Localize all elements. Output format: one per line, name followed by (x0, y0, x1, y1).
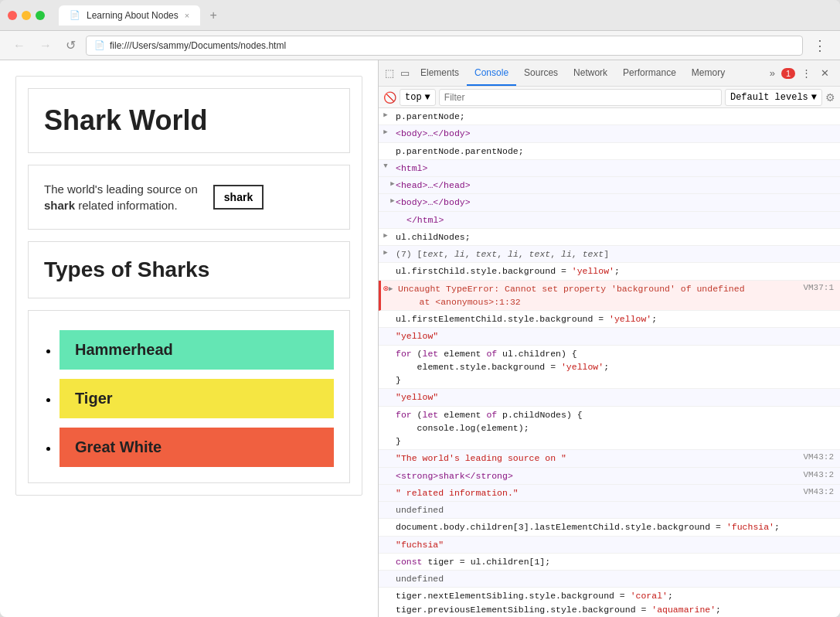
console-source[interactable]: VM43:2 (803, 486, 840, 496)
filter-input[interactable] (439, 89, 722, 106)
lock-icon: 📄 (94, 40, 105, 50)
expand-icon (379, 469, 393, 470)
levels-selector[interactable]: Default levels ▼ (725, 89, 822, 106)
console-text: undefined (393, 571, 840, 586)
expand-icon[interactable]: ▶ (379, 126, 393, 136)
tab-sources[interactable]: Sources (516, 60, 566, 86)
clear-console-button[interactable]: 🚫 (383, 91, 396, 104)
console-line: for (let element of ul.children) { eleme… (379, 346, 840, 390)
browser-tab[interactable]: 📄 Learning About Nodes × (59, 5, 200, 26)
shark-name-hammerhead: Hammerhead (60, 330, 334, 370)
console-text: for (let element of ul.children) { eleme… (393, 346, 840, 388)
expand-icon[interactable]: ▶ (379, 109, 393, 119)
sharks-list-section: Hammerhead Tiger Great White (28, 310, 350, 483)
tab-area: 📄 Learning About Nodes × + (59, 5, 223, 26)
console-line: " related information." VM43:2 (379, 485, 840, 502)
console-text: <html> (393, 161, 840, 176)
console-line: document.body.children[3].lastElementChi… (379, 519, 840, 536)
back-button[interactable]: ← (9, 37, 29, 54)
console-line: undefined (379, 502, 840, 519)
device-toggle-button[interactable]: ▭ (397, 66, 413, 80)
expand-icon (379, 264, 393, 265)
console-text: document.body.children[3].lastElementChi… (393, 520, 840, 534)
console-text: "fuchsia" (393, 537, 840, 552)
chevron-down-icon: ▼ (425, 92, 430, 103)
tab-elements[interactable]: Elements (413, 60, 467, 86)
expand-icon (379, 390, 393, 391)
console-source[interactable]: VM37:1 (803, 281, 840, 292)
console-text: for (let element of p.childNodes) { cons… (393, 407, 840, 449)
console-source[interactable]: VM43:2 (803, 469, 840, 479)
expand-icon[interactable]: ▶ (379, 195, 393, 205)
expand-icon (379, 213, 393, 214)
console-text: undefined (393, 503, 840, 517)
tab-memory[interactable]: Memory (684, 60, 733, 86)
console-line: "yellow" (379, 389, 840, 406)
desc-before: The world's leading source on (44, 182, 198, 196)
tab-performance[interactable]: Performance (615, 60, 684, 86)
expand-icon (379, 486, 393, 487)
chevron-down-icon: ▼ (811, 92, 817, 103)
console-text: <body>…</body> (393, 195, 840, 210)
expand-icon[interactable]: ▶ (379, 230, 393, 240)
expand-icon (379, 554, 393, 556)
context-selector[interactable]: top ▼ (400, 89, 436, 106)
more-tabs-button[interactable]: » (767, 66, 778, 80)
minimize-button[interactable] (22, 11, 31, 20)
browser-controls: ← → ↺ 📄 file:///Users/sammy/Documents/no… (0, 31, 840, 60)
expand-icon[interactable]: ▶ (379, 178, 393, 188)
tab-icon: 📄 (70, 10, 80, 20)
desc-after: related information. (78, 199, 177, 212)
shark-list: Hammerhead Tiger Great White (44, 330, 334, 467)
console-text: "The world's leading source on " (393, 451, 803, 465)
devtools-settings-button[interactable]: ⋮ (798, 66, 814, 80)
expand-icon[interactable]: ▼ (379, 161, 393, 170)
console-settings-button[interactable]: ⚙ (825, 91, 835, 104)
console-line: "fuchsia" (379, 537, 840, 554)
console-text: <head>…</head> (393, 178, 840, 193)
console-line: ▶ p.parentNode; (379, 108, 840, 125)
console-source[interactable]: VM43:2 (803, 451, 840, 462)
list-item: Tiger (60, 379, 334, 418)
tab-close-button[interactable]: × (185, 11, 189, 20)
console-line: ▶ <body>…</body> (379, 194, 840, 211)
expand-icon (379, 329, 393, 330)
close-button[interactable] (8, 11, 17, 20)
traffic-lights (8, 11, 45, 20)
devtools-tabs: ⬚ ▭ Elements Console Sources Network Per… (379, 60, 840, 87)
console-text: "yellow" (393, 390, 840, 404)
console-line: <strong>shark</strong> VM43:2 (379, 468, 840, 485)
expand-icon (379, 537, 393, 539)
fullscreen-button[interactable] (36, 11, 45, 20)
console-text: Uncaught TypeError: Cannot set property … (395, 281, 803, 310)
address-bar[interactable]: 📄 file:///Users/sammy/Documents/nodes.ht… (86, 36, 803, 56)
console-text: ul.firstChild.style.background = 'yellow… (393, 264, 840, 278)
expand-icon (379, 588, 393, 590)
error-icon[interactable]: ⊗▶ (381, 281, 395, 295)
console-text: tiger.nextElementSibling.style.backgroun… (393, 588, 840, 617)
devtools-close-button[interactable]: ✕ (818, 66, 832, 80)
console-output[interactable]: ▶ p.parentNode; ▶ <body>…</body> p.paren… (379, 108, 840, 617)
tab-console[interactable]: Console (467, 60, 516, 86)
console-text: p.parentNode; (393, 109, 840, 124)
expand-icon (379, 503, 393, 504)
console-line: "yellow" (379, 328, 840, 345)
reload-button[interactable]: ↺ (62, 36, 80, 54)
browser-menu-button[interactable]: ⋮ (809, 36, 831, 56)
tab-network[interactable]: Network (566, 60, 615, 86)
browser-window: 📄 Learning About Nodes × + ← → ↺ 📄 file:… (0, 0, 840, 617)
page-inner: Shark World The world's leading source o… (15, 76, 362, 496)
forward-button[interactable]: → (36, 37, 56, 54)
levels-label: Default levels (730, 92, 808, 103)
inspect-element-button[interactable]: ⬚ (382, 66, 397, 80)
console-text: p.parentNode.parentNode; (393, 144, 840, 159)
console-line: tiger.nextElementSibling.style.backgroun… (379, 588, 840, 617)
list-item: Hammerhead (60, 330, 334, 370)
expand-icon[interactable]: ▶ (379, 247, 393, 257)
shark-button[interactable]: shark (213, 185, 264, 210)
title-section: Shark World (28, 88, 350, 153)
console-error-line: ⊗▶ Uncaught TypeError: Cannot set proper… (379, 281, 840, 312)
list-item: Great White (60, 428, 334, 467)
new-tab-button[interactable]: + (203, 5, 223, 26)
console-line: ▶ (7) [text, li, text, li, text, li, tex… (379, 246, 840, 263)
